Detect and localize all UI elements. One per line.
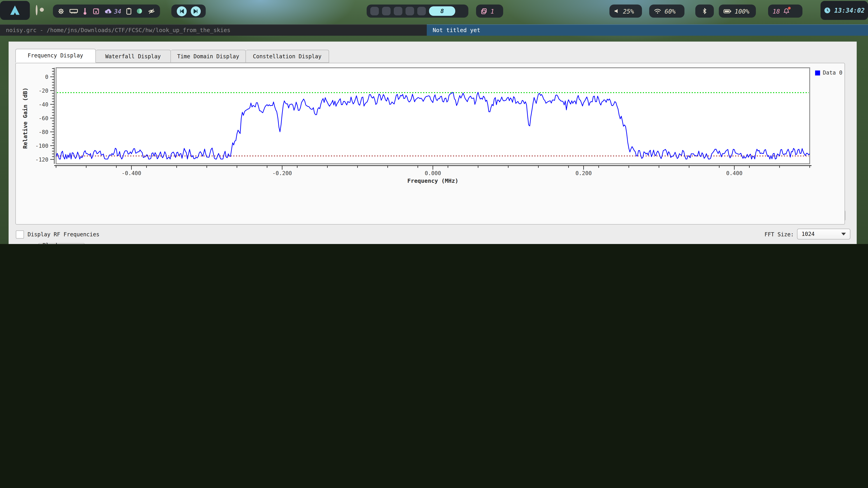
desktop: 34 <box>0 0 868 244</box>
x-tick-label: -0.200 <box>272 170 292 176</box>
frequency-plot[interactable]: 0-20-40-60-80-100-120-0.400-0.2000.0000.… <box>18 63 845 186</box>
workspaces-pill: 8 <box>367 4 468 18</box>
tab-time-domain-display[interactable]: Time Domain Display <box>171 50 246 63</box>
clipboard-icon <box>126 7 132 15</box>
wifi-icon <box>654 8 661 14</box>
bell-icon <box>783 8 790 14</box>
y-tick-label: -20 <box>39 88 49 94</box>
bluetooth-pill[interactable] <box>695 4 714 18</box>
y-tick-label: -120 <box>35 157 49 163</box>
arch-logo-icon <box>9 4 21 16</box>
ram-icon <box>69 7 78 15</box>
workspace-slot[interactable] <box>394 7 402 15</box>
x-tick-label: 0.200 <box>576 170 592 176</box>
battery-value: 100% <box>735 7 749 15</box>
display-rf-label: Display RF Frequencies <box>28 231 99 238</box>
battery-icon <box>723 8 732 14</box>
media-previous-button[interactable] <box>177 6 186 16</box>
fft-size-label: FFT Size: <box>749 231 794 238</box>
cloud-count: 34 <box>114 7 121 15</box>
y-tick-label: -60 <box>39 115 49 122</box>
y-axis-label: Relative Gain (dB) <box>22 88 29 149</box>
bluetooth-icon <box>702 8 707 14</box>
battery-pill[interactable]: 100% <box>719 4 756 18</box>
launcher-button[interactable] <box>0 1 30 20</box>
x-axis-label: Frequency (MHz) <box>407 177 458 184</box>
workspace-slot[interactable] <box>382 7 391 15</box>
cpu-gear-icon <box>57 7 65 15</box>
cloud-download-icon <box>104 8 113 14</box>
volume-value: 25% <box>623 7 634 15</box>
plot-legend: Data 0 <box>815 70 842 76</box>
temperature-icon <box>82 7 88 15</box>
tab-bar: Frequency Display Waterfall Display Time… <box>15 48 329 63</box>
fft-size-select[interactable]: 1024 <box>797 228 850 239</box>
window-count-pill[interactable]: 1 <box>476 4 503 18</box>
titlebar-active[interactable]: Not titled yet <box>427 24 868 36</box>
y-tick-label: -100 <box>35 143 49 149</box>
notifications-pill[interactable]: 18 <box>768 4 802 18</box>
display-rf-checkbox[interactable] <box>16 230 24 238</box>
titlebar-inactive[interactable]: noisy.grc - /home/jns/Downloads/CTF/FCSC… <box>0 24 427 36</box>
window-count: 1 <box>491 7 494 15</box>
screen-recorder-indicator[interactable] <box>36 6 37 14</box>
fft-size-value: 1024 <box>802 231 815 237</box>
y-tick-label: -80 <box>39 129 49 135</box>
workspace-active[interactable]: 8 <box>429 6 455 16</box>
wifi-pill[interactable]: 60% <box>649 4 684 18</box>
record-icon <box>36 5 37 15</box>
workspace-slot[interactable] <box>417 7 426 15</box>
y-tick-label: 0 <box>45 74 49 80</box>
window-value: Blackman-harr <box>42 242 76 244</box>
idle-inhibit-icon <box>136 8 143 14</box>
tab-frequency-display[interactable]: Frequency Display <box>15 48 96 63</box>
notification-count: 18 <box>773 7 780 15</box>
frequency-sink-1: Frequency Display Waterfall Display Time… <box>8 41 857 244</box>
eye-slash-icon <box>147 7 156 15</box>
clock-pill[interactable]: 13:34:02 <box>820 1 868 20</box>
disk-icon <box>92 7 100 15</box>
window-select[interactable]: Blackman-harr <box>38 243 85 244</box>
workspace-slot[interactable] <box>405 7 414 15</box>
x-tick-label: 0.000 <box>425 170 441 176</box>
tab-constellation-display[interactable]: Constellation Display <box>246 50 329 63</box>
speaker-icon <box>614 8 620 14</box>
media-next-button[interactable] <box>191 6 200 16</box>
legend-label: Data 0 <box>823 70 842 76</box>
windows-copy-icon <box>480 8 487 14</box>
system-stats-pill[interactable]: 34 <box>53 4 160 18</box>
chevron-down-icon <box>841 232 846 235</box>
x-tick-label: 0.400 <box>726 170 742 176</box>
media-controls-pill <box>171 4 206 18</box>
workspace-slot[interactable] <box>370 7 379 15</box>
wifi-value: 60% <box>664 7 676 15</box>
clock-time: 13:34:02 <box>834 7 865 14</box>
clock-icon <box>824 7 831 14</box>
x-tick-label: -0.400 <box>122 170 141 176</box>
tab-waterfall-display[interactable]: Waterfall Display <box>96 50 171 63</box>
volume-pill[interactable]: 25% <box>610 4 642 18</box>
y-tick-label: -40 <box>39 101 49 108</box>
flowgraph-window: Frequency Display Waterfall Display Time… <box>8 41 857 244</box>
legend-color-swatch <box>815 70 820 75</box>
plot-frame <box>56 68 810 164</box>
